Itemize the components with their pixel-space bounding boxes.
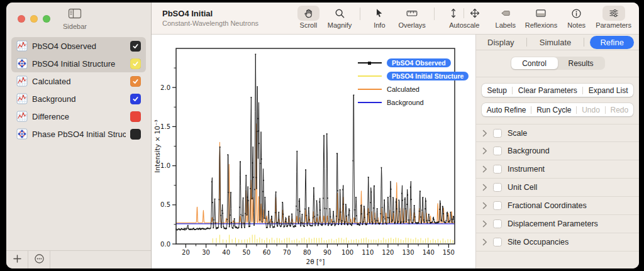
setup-button[interactable]: Setup [482,86,512,95]
x-tick-label: 50 [243,249,251,256]
chevron-right-icon[interactable] [482,202,487,209]
y-axis-label: Intensity × 10⁻³ [153,119,161,172]
sidebar-list-item[interactable]: PbSO4 Observed [11,37,146,55]
section-row-site-occupancies[interactable]: Site Occupancies [476,233,639,252]
section-row-unit-cell[interactable]: Unit Cell [476,179,639,197]
x-tick-label: 90 [323,249,331,256]
sidebar-list-item[interactable]: Calculated [11,72,146,90]
toolbar-button-reflexions[interactable]: Reflexions [525,6,557,29]
sidebar-list-item[interactable]: Difference [11,108,146,125]
minimize-button[interactable] [30,15,38,23]
app-window: Sidebar PbSO4 ObservedPbSO4 Initial Stru… [6,3,639,268]
check-icon [132,60,139,67]
visibility-checkbox[interactable] [130,111,141,122]
zoom-button[interactable] [43,15,50,23]
chevron-right-icon[interactable] [482,130,487,137]
refine-checkbox[interactable] [493,201,502,210]
section-row-displacement-parameters[interactable]: Displacement Parameters [476,215,639,233]
tab-refine[interactable]: Refine [590,36,634,49]
toolbar-button-label: Magnify [328,21,352,29]
sliders-icon [608,8,619,18]
inspector-panel: DisplaySimulateRefine ControlResults Set… [475,35,639,268]
section-row-scale[interactable]: Scale [476,124,639,142]
sidebar-footer [6,250,151,268]
refine-checkbox[interactable] [493,238,502,246]
section-label: Displacement Parameters [508,219,598,228]
legend-label[interactable]: PbSO4 Observed [387,58,451,67]
refine-checkbox[interactable] [493,129,502,138]
visibility-checkbox[interactable] [130,94,141,104]
refine-checkbox[interactable] [493,183,502,192]
toolbar-button-label: Autoscale [449,21,479,29]
section-row-background[interactable]: Background [476,142,639,160]
move-icon [469,8,480,19]
section-label: Unit Cell [508,183,537,192]
x-tick-label: 20 [182,249,190,256]
sidebar-list-item[interactable]: Background [11,90,146,108]
visibility-checkbox[interactable] [130,41,141,52]
clear-parameters-button[interactable]: Clear Parameters [513,86,582,95]
sidebar-toggle-button[interactable]: Sidebar [60,8,89,30]
segment-control[interactable]: Control [511,57,558,69]
toolbar-button-autoscale[interactable]: Autoscale [443,6,486,29]
sidebar-list-item[interactable]: PbSO4 Initial Structure [11,55,146,72]
legend-line-sample [358,89,382,90]
toolbar-button-label: Overlays [398,21,425,29]
toolbar-button-scroll[interactable]: Scroll [297,6,319,29]
sidebar-panel-icon [68,8,82,21]
more-options-button[interactable] [28,251,50,268]
chevron-right-icon[interactable] [482,184,487,191]
toolbar-tools: ScrollMagnifyInfoOverlaysAutoscaleLabels… [297,3,639,29]
toolbar-button-parameters[interactable]: Parameters [596,6,631,29]
section-label: Fractional Coordinates [508,201,587,210]
add-button[interactable] [6,251,28,268]
toolbar-button-label: Scroll [300,21,318,29]
tab-display[interactable]: Display [481,36,521,48]
x-tick-label: 70 [283,249,291,256]
sidebar-toggle-label: Sidebar [63,23,87,30]
main-area: PbSO4 Initial Constant-Wavelength Neutro… [152,3,639,268]
list-item-label: PbSO4 Observed [32,41,126,51]
toolbar-button-label: Parameters [596,21,631,29]
tab-simulate[interactable]: Simulate [533,36,578,48]
chevron-right-icon[interactable] [482,220,487,228]
toolbar-button-info[interactable]: Info [369,6,390,29]
legend-label[interactable]: PbSO4 Initial Structure [387,72,469,80]
segment-results[interactable]: Results [558,57,604,69]
toolbar-button-magnify[interactable]: Magnify [328,6,352,29]
visibility-checkbox[interactable] [130,129,141,140]
auto-refine-button[interactable]: Auto Refine [482,106,531,114]
chevron-right-icon[interactable] [482,147,487,155]
chart-panel: 20304050607080901001101201301401500.00.5… [152,35,475,268]
legend-label: Background [387,99,424,106]
undo-button[interactable]: Undo [577,106,604,114]
cursor-icon [374,8,384,18]
check-icon [132,43,139,50]
refine-checkbox[interactable] [493,147,502,155]
structure-icon [16,128,28,140]
section-row-instrument[interactable]: Instrument [476,160,639,179]
x-tick-label: 140 [423,249,435,256]
chart-legend: PbSO4 ObservedPbSO4 Initial StructureCal… [358,57,469,108]
toolbar-button-notes[interactable]: Notes [565,6,587,29]
redo-button[interactable]: Redo [606,106,633,114]
legend-entry: PbSO4 Initial Structure [358,70,469,81]
sidebar-header: Sidebar [6,3,151,35]
toolbar-button-label: Reflexions [525,21,557,29]
sidebar-list-item[interactable]: Phase PbSO4 Initial Struct... [11,125,146,143]
chevron-right-icon[interactable] [482,238,487,246]
chevron-right-icon[interactable] [482,165,487,173]
list-item-label: Calculated [32,77,126,86]
toolbar-button-labels[interactable]: Labels [494,6,517,29]
expand-list-button[interactable]: Expand List [583,86,633,95]
y-tick-label: 2.0 [160,84,170,91]
toolbar: PbSO4 Initial Constant-Wavelength Neutro… [152,3,639,35]
toolbar-button-overlays[interactable]: Overlays [398,6,425,29]
run-cycle-button[interactable]: Run Cycle [531,106,576,114]
visibility-checkbox[interactable] [130,76,141,87]
refine-checkbox[interactable] [493,219,502,228]
refine-checkbox[interactable] [493,165,502,174]
section-row-fractional-coordinates[interactable]: Fractional Coordinates [476,197,639,215]
close-button[interactable] [18,15,25,23]
visibility-checkbox[interactable] [130,58,141,69]
